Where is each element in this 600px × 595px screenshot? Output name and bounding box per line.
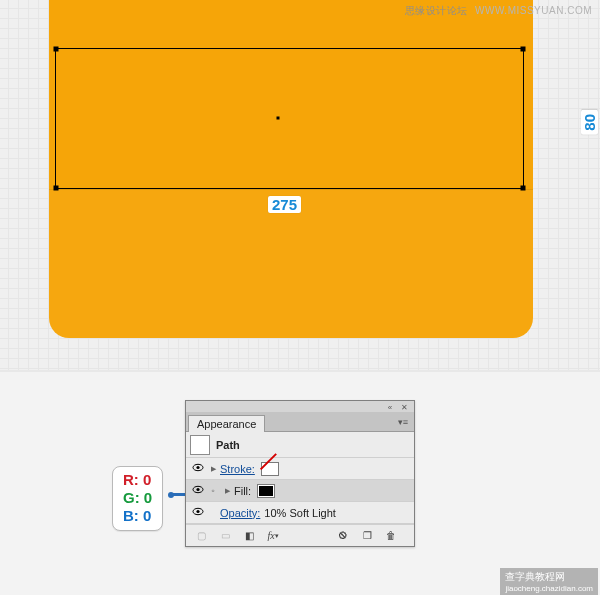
clear-appearance-icon[interactable]: 🛇 [332, 527, 354, 545]
svg-point-3 [196, 488, 199, 491]
add-effect-icon[interactable]: fx▾ [262, 527, 284, 545]
watermark-bottom: 查字典教程网 jiaocheng.chazidian.com [500, 568, 598, 595]
fill-edit-indicator: ◦ [206, 485, 220, 496]
svg-point-5 [196, 510, 199, 513]
panel-footer: ▢ ▭ ◧ fx▾ 🛇 ❐ 🗑 [186, 524, 414, 546]
visibility-toggle-opacity[interactable] [190, 507, 206, 518]
appearance-panel[interactable]: « ✕ Appearance ▾≡ Path ▶ Stroke: [185, 400, 415, 547]
selection-center-dot [277, 117, 280, 120]
selection-bounding-box[interactable] [55, 48, 524, 189]
panel-topbar[interactable]: « ✕ [186, 401, 414, 412]
appearance-target-row[interactable]: Path [186, 432, 414, 458]
rgb-callout: R: 0 G: 0 B: 0 [112, 466, 163, 531]
anchor-top-left[interactable] [54, 47, 59, 52]
duplicate-item-icon[interactable]: ❐ [356, 527, 378, 545]
dimension-width-label: 275 [268, 196, 301, 213]
expand-fill-icon[interactable]: ▶ [220, 487, 234, 495]
toggle-override-icon[interactable]: ▢ [190, 527, 212, 545]
panel-collapse-icon[interactable]: « [384, 403, 396, 411]
anchor-top-right[interactable] [521, 47, 526, 52]
appearance-fill-row[interactable]: ◦ ▶ Fill: [186, 480, 414, 502]
fill-label: Fill: [234, 485, 251, 497]
dimension-height-label: 80 [581, 110, 598, 135]
opacity-label[interactable]: Opacity: [220, 507, 260, 519]
watermark-top: 思缘设计论坛 WWW.MISSYUAN.COM [405, 4, 592, 18]
add-fill-icon[interactable]: ◧ [238, 527, 260, 545]
design-canvas[interactable]: 275 80 思缘设计论坛 WWW.MISSYUAN.COM [0, 0, 600, 370]
visibility-toggle-fill[interactable] [190, 485, 206, 496]
anchor-bottom-right[interactable] [521, 186, 526, 191]
appearance-stroke-row[interactable]: ▶ Stroke: [186, 458, 414, 480]
visibility-toggle-stroke[interactable] [190, 463, 206, 474]
svg-point-1 [196, 466, 199, 469]
target-thumbnail [190, 435, 210, 455]
panel-body: Path ▶ Stroke: ◦ ▶ Fill: [186, 432, 414, 524]
fill-swatch-black[interactable] [257, 484, 275, 498]
delete-item-icon[interactable]: 🗑 [380, 527, 402, 545]
panel-tabbar: Appearance ▾≡ [186, 412, 414, 432]
panel-close-icon[interactable]: ✕ [398, 403, 410, 411]
appearance-opacity-row[interactable]: Opacity: 10% Soft Light [186, 502, 414, 524]
add-stroke-icon[interactable]: ▭ [214, 527, 236, 545]
anchor-bottom-left[interactable] [54, 186, 59, 191]
expand-stroke-icon[interactable]: ▶ [206, 465, 220, 473]
opacity-value: 10% Soft Light [264, 507, 336, 519]
stroke-swatch-none[interactable] [261, 462, 279, 476]
workspace-lower: R: 0 G: 0 B: 0 « ✕ Appearance ▾≡ Path ▶ [0, 370, 600, 595]
tab-appearance[interactable]: Appearance [188, 415, 265, 432]
panel-flyout-menu-icon[interactable]: ▾≡ [394, 413, 412, 431]
target-name: Path [216, 439, 240, 451]
stroke-label[interactable]: Stroke: [220, 463, 255, 475]
